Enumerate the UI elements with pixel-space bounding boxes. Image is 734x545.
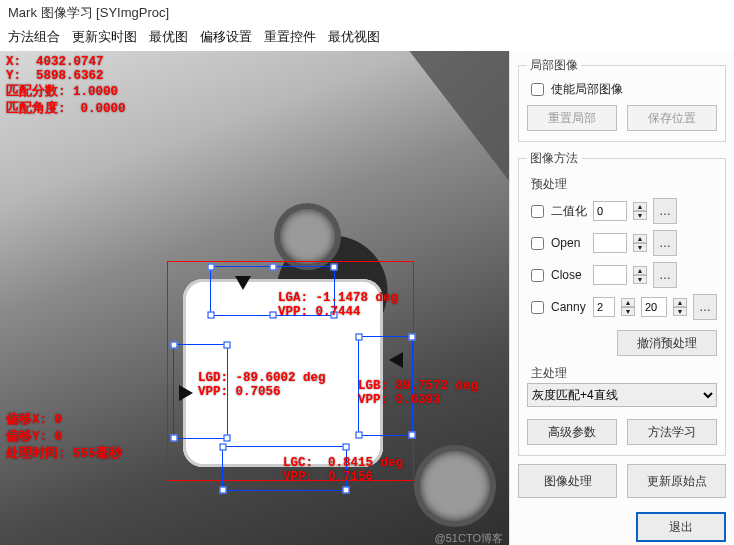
checkbox-canny[interactable]: Canny xyxy=(527,298,587,317)
arrow-icon xyxy=(235,276,251,290)
menubar: 方法组合 更新实时图 最优图 偏移设置 重置控件 最优视图 xyxy=(0,26,734,51)
open-spinner[interactable]: ▲▼ xyxy=(633,234,647,252)
hole-top xyxy=(280,209,335,264)
menu-item-bestview[interactable]: 最优视图 xyxy=(328,29,380,46)
save-pos-button[interactable]: 保存位置 xyxy=(627,105,717,131)
open-value[interactable] xyxy=(593,233,627,253)
row-canny: Canny ▲▼ ▲▼ … xyxy=(527,294,717,320)
canny-high[interactable] xyxy=(641,297,667,317)
match-rect-right[interactable] xyxy=(358,336,413,436)
menu-item-offset[interactable]: 偏移设置 xyxy=(200,29,252,46)
enable-local-label: 使能局部图像 xyxy=(551,81,623,98)
binarize-more-button[interactable]: … xyxy=(653,198,677,224)
canny-low[interactable] xyxy=(593,297,615,317)
menu-item-methods[interactable]: 方法组合 xyxy=(8,29,60,46)
open-more-button[interactable]: … xyxy=(653,230,677,256)
local-legend: 局部图像 xyxy=(527,57,581,74)
undo-preprocess-button[interactable]: 撤消预处理 xyxy=(617,330,717,356)
exit-button[interactable]: 退出 xyxy=(636,512,726,542)
checkbox-open[interactable]: Open xyxy=(527,234,587,253)
close-more-button[interactable]: … xyxy=(653,262,677,288)
canny-low-spinner[interactable]: ▲▼ xyxy=(621,298,635,316)
enable-local-input[interactable] xyxy=(531,83,544,96)
watermark: @51CTO博客 xyxy=(435,531,503,545)
process-image-button[interactable]: 图像处理 xyxy=(518,464,617,498)
window-title: Mark 图像学习 [SYImgProc] xyxy=(0,0,734,26)
group-image-method: 图像方法 预处理 二值化 ▲▼ … Open ▲▼ … Close ▲▼ … xyxy=(518,150,726,456)
close-spinner[interactable]: ▲▼ xyxy=(633,266,647,284)
checkbox-close[interactable]: Close xyxy=(527,266,587,285)
arrow-icon xyxy=(389,352,403,368)
method-legend: 图像方法 xyxy=(527,150,581,167)
row-open: Open ▲▼ … xyxy=(527,230,717,256)
menu-item-best[interactable]: 最优图 xyxy=(149,29,188,46)
row-close: Close ▲▼ … xyxy=(527,262,717,288)
row-binarize: 二值化 ▲▼ … xyxy=(527,198,717,224)
binarize-spinner[interactable]: ▲▼ xyxy=(633,202,647,220)
arrow-icon xyxy=(179,385,193,401)
canny-high-spinner[interactable]: ▲▼ xyxy=(673,298,687,316)
method-learn-button[interactable]: 方法学习 xyxy=(627,419,717,445)
image-viewport[interactable]: X: 4032.0747 Y: 5898.6362 匹配分数: 1.0000 匹… xyxy=(0,51,509,545)
hole-bottom xyxy=(420,451,490,521)
match-rect-top[interactable] xyxy=(210,266,335,316)
menu-item-reset[interactable]: 重置控件 xyxy=(264,29,316,46)
checkbox-enable-local[interactable]: 使能局部图像 xyxy=(527,80,717,99)
match-rect-left[interactable] xyxy=(173,344,228,439)
group-local-image: 局部图像 使能局部图像 重置局部 保存位置 xyxy=(518,57,726,142)
main-method-select[interactable]: 灰度匹配+4直线 xyxy=(527,383,717,407)
match-rect-bottom[interactable] xyxy=(222,446,347,491)
reset-local-button[interactable]: 重置局部 xyxy=(527,105,617,131)
advanced-params-button[interactable]: 高级参数 xyxy=(527,419,617,445)
menu-item-refresh[interactable]: 更新实时图 xyxy=(72,29,137,46)
checkbox-binarize[interactable]: 二值化 xyxy=(527,202,587,221)
mainprocess-label: 主处理 xyxy=(531,366,717,381)
side-panel: 局部图像 使能局部图像 重置局部 保存位置 图像方法 预处理 二值化 ▲▼ … … xyxy=(509,51,734,545)
preprocess-label: 预处理 xyxy=(531,177,717,192)
binarize-value[interactable] xyxy=(593,201,627,221)
update-origin-button[interactable]: 更新原始点 xyxy=(627,464,726,498)
close-value[interactable] xyxy=(593,265,627,285)
canny-more-button[interactable]: … xyxy=(693,294,717,320)
